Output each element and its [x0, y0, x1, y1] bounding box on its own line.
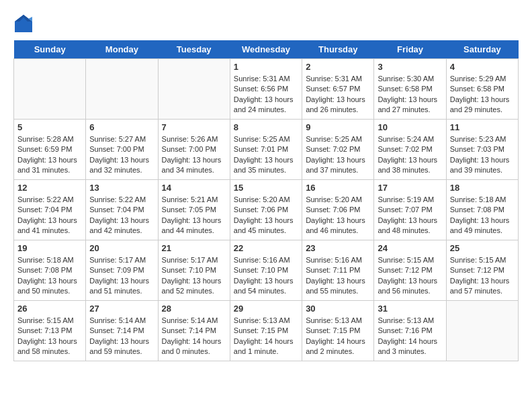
cell-content: Sunrise: 5:15 AM Sunset: 7:13 PM Dayligh…: [17, 316, 82, 357]
calendar-cell: 12Sunrise: 5:22 AM Sunset: 7:04 PM Dayli…: [14, 180, 86, 240]
calendar-cell: 29Sunrise: 5:13 AM Sunset: 7:15 PM Dayli…: [230, 301, 302, 361]
cell-content: Sunrise: 5:30 AM Sunset: 6:58 PM Dayligh…: [378, 74, 442, 116]
cell-content: Sunrise: 5:15 AM Sunset: 7:12 PM Dayligh…: [378, 255, 442, 297]
cell-content: Sunrise: 5:15 AM Sunset: 7:12 PM Dayligh…: [450, 255, 515, 297]
date-number: 26: [17, 304, 82, 314]
cell-content: Sunrise: 5:13 AM Sunset: 7:15 PM Dayligh…: [234, 316, 298, 357]
date-number: 21: [162, 243, 226, 253]
date-number: 28: [162, 304, 226, 314]
date-number: 16: [306, 183, 370, 193]
calendar-cell: 11Sunrise: 5:23 AM Sunset: 7:03 PM Dayli…: [446, 120, 518, 180]
date-number: 8: [234, 122, 298, 132]
date-number: 19: [17, 243, 82, 253]
date-number: 2: [306, 62, 370, 72]
calendar-cell: 21Sunrise: 5:17 AM Sunset: 7:10 PM Dayli…: [158, 240, 230, 301]
date-number: 10: [378, 122, 442, 132]
date-number: 12: [17, 183, 82, 193]
date-number: 25: [450, 243, 515, 253]
calendar-cell: 18Sunrise: 5:18 AM Sunset: 7:08 PM Dayli…: [446, 180, 518, 240]
cell-content: Sunrise: 5:23 AM Sunset: 7:03 PM Dayligh…: [450, 134, 515, 176]
cell-content: Sunrise: 5:31 AM Sunset: 6:56 PM Dayligh…: [234, 74, 298, 116]
cell-content: Sunrise: 5:26 AM Sunset: 7:00 PM Dayligh…: [162, 134, 226, 176]
logo: [13, 13, 36, 34]
date-number: 7: [162, 122, 226, 132]
calendar-cell: 1Sunrise: 5:31 AM Sunset: 6:56 PM Daylig…: [230, 59, 302, 120]
weekday-header-monday: Monday: [86, 40, 158, 59]
cell-content: Sunrise: 5:18 AM Sunset: 7:08 PM Dayligh…: [450, 195, 515, 236]
calendar-cell: 3Sunrise: 5:30 AM Sunset: 6:58 PM Daylig…: [374, 59, 446, 120]
date-number: 30: [306, 304, 370, 314]
cell-content: Sunrise: 5:29 AM Sunset: 6:58 PM Dayligh…: [450, 74, 515, 116]
calendar-cell: 14Sunrise: 5:21 AM Sunset: 7:05 PM Dayli…: [158, 180, 230, 240]
cell-content: Sunrise: 5:16 AM Sunset: 7:11 PM Dayligh…: [306, 255, 370, 297]
date-number: 29: [234, 304, 298, 314]
date-number: 13: [89, 183, 154, 193]
date-number: 11: [450, 122, 515, 132]
calendar-cell: 2Sunrise: 5:31 AM Sunset: 6:57 PM Daylig…: [302, 59, 374, 120]
calendar-cell: 31Sunrise: 5:13 AM Sunset: 7:16 PM Dayli…: [374, 301, 446, 361]
date-number: 27: [89, 304, 154, 314]
calendar-cell: 23Sunrise: 5:16 AM Sunset: 7:11 PM Dayli…: [302, 240, 374, 301]
calendar-cell: 24Sunrise: 5:15 AM Sunset: 7:12 PM Dayli…: [374, 240, 446, 301]
cell-content: Sunrise: 5:25 AM Sunset: 7:01 PM Dayligh…: [234, 134, 298, 176]
calendar-week-4: 19Sunrise: 5:18 AM Sunset: 7:08 PM Dayli…: [14, 240, 519, 301]
cell-content: Sunrise: 5:24 AM Sunset: 7:02 PM Dayligh…: [378, 134, 442, 176]
cell-content: Sunrise: 5:18 AM Sunset: 7:08 PM Dayligh…: [17, 255, 82, 297]
date-number: 1: [234, 62, 298, 72]
calendar-cell: 17Sunrise: 5:19 AM Sunset: 7:07 PM Dayli…: [374, 180, 446, 240]
calendar-cell: 28Sunrise: 5:14 AM Sunset: 7:14 PM Dayli…: [158, 301, 230, 361]
calendar-cell: 4Sunrise: 5:29 AM Sunset: 6:58 PM Daylig…: [446, 59, 518, 120]
calendar-week-5: 26Sunrise: 5:15 AM Sunset: 7:13 PM Dayli…: [14, 301, 519, 361]
calendar-cell: 25Sunrise: 5:15 AM Sunset: 7:12 PM Dayli…: [446, 240, 518, 301]
calendar-cell: 13Sunrise: 5:22 AM Sunset: 7:04 PM Dayli…: [86, 180, 158, 240]
date-number: 24: [378, 243, 442, 253]
date-number: 4: [450, 62, 515, 72]
calendar-cell: 8Sunrise: 5:25 AM Sunset: 7:01 PM Daylig…: [230, 120, 302, 180]
calendar-cell: 15Sunrise: 5:20 AM Sunset: 7:06 PM Dayli…: [230, 180, 302, 240]
date-number: 23: [306, 243, 370, 253]
date-number: 14: [162, 183, 226, 193]
cell-content: Sunrise: 5:25 AM Sunset: 7:02 PM Dayligh…: [306, 134, 370, 176]
cell-content: Sunrise: 5:31 AM Sunset: 6:57 PM Dayligh…: [306, 74, 370, 116]
calendar-cell: 16Sunrise: 5:20 AM Sunset: 7:06 PM Dayli…: [302, 180, 374, 240]
weekday-header-sunday: Sunday: [14, 40, 86, 59]
date-number: 5: [17, 122, 82, 132]
date-number: 18: [450, 183, 515, 193]
cell-content: Sunrise: 5:20 AM Sunset: 7:06 PM Dayligh…: [306, 195, 370, 236]
calendar-cell: 27Sunrise: 5:14 AM Sunset: 7:14 PM Dayli…: [86, 301, 158, 361]
calendar-body: 1Sunrise: 5:31 AM Sunset: 6:56 PM Daylig…: [14, 59, 519, 361]
calendar-cell: 26Sunrise: 5:15 AM Sunset: 7:13 PM Dayli…: [14, 301, 86, 361]
date-number: 6: [89, 122, 154, 132]
cell-content: Sunrise: 5:20 AM Sunset: 7:06 PM Dayligh…: [234, 195, 298, 236]
weekday-header-wednesday: Wednesday: [230, 40, 302, 59]
cell-content: Sunrise: 5:19 AM Sunset: 7:07 PM Dayligh…: [378, 195, 442, 236]
calendar-cell: 19Sunrise: 5:18 AM Sunset: 7:08 PM Dayli…: [14, 240, 86, 301]
weekday-header-tuesday: Tuesday: [158, 40, 230, 59]
date-number: 20: [89, 243, 154, 253]
weekday-header-friday: Friday: [374, 40, 446, 59]
calendar-cell: 20Sunrise: 5:17 AM Sunset: 7:09 PM Dayli…: [86, 240, 158, 301]
cell-content: Sunrise: 5:14 AM Sunset: 7:14 PM Dayligh…: [162, 316, 226, 357]
date-number: 22: [234, 243, 298, 253]
calendar-cell: 9Sunrise: 5:25 AM Sunset: 7:02 PM Daylig…: [302, 120, 374, 180]
calendar-week-2: 5Sunrise: 5:28 AM Sunset: 6:59 PM Daylig…: [14, 120, 519, 180]
calendar-cell: 7Sunrise: 5:26 AM Sunset: 7:00 PM Daylig…: [158, 120, 230, 180]
calendar-cell: [14, 59, 86, 120]
page-header: [13, 13, 519, 34]
calendar-cell: 6Sunrise: 5:27 AM Sunset: 7:00 PM Daylig…: [86, 120, 158, 180]
calendar-week-1: 1Sunrise: 5:31 AM Sunset: 6:56 PM Daylig…: [14, 59, 519, 120]
cell-content: Sunrise: 5:22 AM Sunset: 7:04 PM Dayligh…: [89, 195, 154, 236]
cell-content: Sunrise: 5:13 AM Sunset: 7:15 PM Dayligh…: [306, 316, 370, 357]
date-number: 15: [234, 183, 298, 193]
weekday-header-saturday: Saturday: [446, 40, 518, 59]
calendar-table: SundayMondayTuesdayWednesdayThursdayFrid…: [13, 40, 519, 361]
cell-content: Sunrise: 5:13 AM Sunset: 7:16 PM Dayligh…: [378, 316, 442, 357]
date-number: 3: [378, 62, 442, 72]
weekday-header-row: SundayMondayTuesdayWednesdayThursdayFrid…: [14, 40, 519, 59]
cell-content: Sunrise: 5:22 AM Sunset: 7:04 PM Dayligh…: [17, 195, 82, 236]
date-number: 31: [378, 304, 442, 314]
weekday-header-thursday: Thursday: [302, 40, 374, 59]
cell-content: Sunrise: 5:17 AM Sunset: 7:10 PM Dayligh…: [162, 255, 226, 297]
cell-content: Sunrise: 5:17 AM Sunset: 7:09 PM Dayligh…: [89, 255, 154, 297]
cell-content: Sunrise: 5:27 AM Sunset: 7:00 PM Dayligh…: [89, 134, 154, 176]
